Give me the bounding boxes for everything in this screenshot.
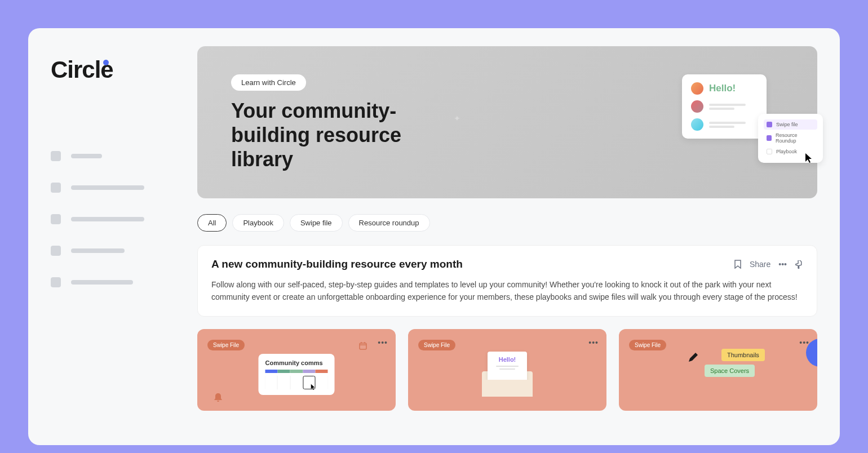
filter-swipe-file[interactable]: Swipe file: [290, 214, 343, 232]
more-button[interactable]: •••: [778, 260, 787, 269]
sparkle-icon: ✦: [454, 114, 460, 123]
nav-icon-placeholder: [51, 246, 61, 256]
resource-card-1[interactable]: Swipe File ••• Community comms: [197, 329, 396, 411]
bell-icon: [213, 392, 223, 405]
card-graphic: Community comms: [259, 354, 335, 395]
resource-card-3[interactable]: Swipe File ••• Thumbnails Space Covers: [619, 329, 817, 411]
chat-card: Hello!: [682, 74, 767, 139]
card-badge: Swipe File: [418, 340, 455, 350]
nav-text-placeholder: [71, 185, 144, 190]
section-actions: Share •••: [734, 260, 803, 269]
more-icon: •••: [778, 260, 787, 269]
card-graphic: Thumbnails Space Covers: [705, 349, 817, 380]
nav-text-placeholder: [71, 217, 144, 221]
nav-icon-placeholder: [51, 277, 61, 287]
nav-icon-placeholder: [51, 151, 61, 161]
pin-button[interactable]: [795, 260, 803, 269]
hero-title: Your community-building resource library: [231, 99, 445, 172]
sidebar-item-3[interactable]: [51, 214, 175, 224]
logo-dot-icon: [103, 60, 109, 65]
sidebar-item-4[interactable]: [51, 246, 175, 256]
section-description: Follow along with our self-paced, step-b…: [211, 278, 803, 304]
filter-all[interactable]: All: [197, 214, 227, 232]
filter-resource-roundup[interactable]: Resource roundup: [348, 214, 430, 232]
space-covers-label: Space Covers: [705, 365, 755, 377]
section-title: A new community-building resource every …: [211, 258, 463, 270]
sidebar-item-5[interactable]: [51, 277, 175, 287]
brand-logo: Circle: [51, 56, 175, 83]
app-window: Circle Learn with Circle Your community-…: [28, 28, 840, 445]
card-menu-button[interactable]: •••: [588, 338, 599, 347]
nav-icon-placeholder: [51, 183, 61, 193]
share-button[interactable]: Share: [750, 260, 770, 269]
checkbox-icon: [767, 135, 772, 141]
hero-banner: Learn with Circle Your community-buildin…: [197, 46, 817, 198]
checkbox-icon: [767, 122, 772, 127]
card-menu-button[interactable]: •••: [378, 338, 388, 347]
nav-icon-placeholder: [51, 214, 61, 224]
dropdown-item: Swipe file: [764, 119, 817, 130]
sidebar-item-1[interactable]: [51, 151, 175, 161]
graphic-title: Hello!: [492, 356, 522, 363]
card-badge: Swipe File: [207, 340, 245, 350]
calendar-icon: [358, 341, 367, 353]
card-graphic: Hello!: [479, 352, 535, 397]
main-content: Learn with Circle Your community-buildin…: [197, 28, 840, 445]
resource-cards-row: Swipe File ••• Community comms: [197, 329, 817, 411]
filter-pills: All Playbook Swipe file Resource roundup: [197, 214, 817, 232]
hero-badge: Learn with Circle: [231, 74, 306, 91]
avatar-icon: [691, 118, 703, 131]
checkbox-icon: [767, 149, 772, 154]
dropdown-item: Resource Roundup: [764, 130, 817, 146]
cursor-icon: [311, 384, 317, 392]
hero-graphic: Hello! Swipe file: [682, 74, 767, 139]
bookmark-icon: [734, 260, 742, 269]
thumbnail-label: Thumbnails: [721, 349, 765, 361]
svg-rect-0: [360, 343, 366, 349]
graphic-title: Community comms: [265, 359, 328, 366]
sidebar: Circle: [28, 28, 197, 445]
filter-playbook[interactable]: Playbook: [232, 214, 284, 232]
nav-text-placeholder: [71, 248, 125, 253]
card-badge: Swipe File: [629, 340, 666, 350]
cursor-icon: [805, 153, 814, 166]
intro-section: A new community-building resource every …: [197, 245, 817, 317]
nav-text-placeholder: [71, 280, 133, 285]
resource-card-2[interactable]: Swipe File ••• Hello!: [408, 329, 606, 411]
section-header: A new community-building resource every …: [211, 258, 803, 270]
sidebar-item-2[interactable]: [51, 183, 175, 193]
bookmark-button[interactable]: [734, 260, 742, 269]
pin-icon: [795, 260, 803, 269]
nav-text-placeholder: [71, 154, 102, 158]
avatar-icon: [691, 82, 703, 95]
pen-icon: [688, 352, 699, 366]
avatar-icon: [691, 100, 703, 113]
chat-greeting: Hello!: [709, 83, 736, 94]
